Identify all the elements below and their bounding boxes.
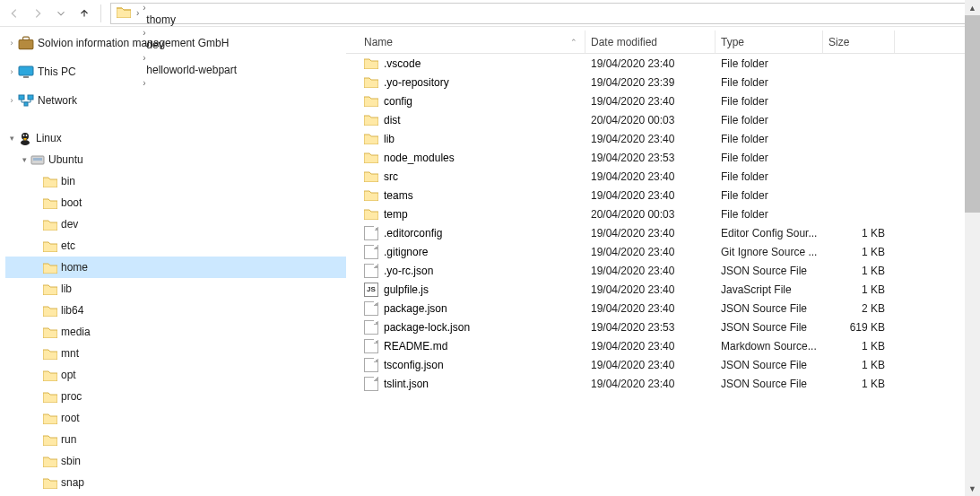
column-header-name[interactable]: Name ⌃ (359, 30, 585, 53)
file-row[interactable]: temp20/04/2020 00:03File folder (346, 204, 980, 223)
up-button[interactable] (74, 3, 95, 24)
file-name: README.md (384, 340, 447, 352)
tree-item-mnt[interactable]: mnt (5, 343, 346, 364)
back-button[interactable] (4, 3, 25, 24)
tree-item[interactable]: ›Network (5, 90, 346, 111)
expand-icon[interactable]: › (5, 39, 18, 48)
pc-icon (18, 65, 34, 78)
tree-item-ubuntu[interactable]: ▾ Ubuntu (5, 149, 346, 170)
tree-item-root[interactable]: root (5, 407, 346, 429)
file-name: .yo-rc.json (384, 265, 433, 277)
header-label: Type (721, 36, 744, 48)
svg-rect-1 (23, 37, 30, 39)
file-row[interactable]: .yo-repository19/04/2020 23:39File folde… (346, 73, 980, 91)
file-row[interactable]: src19/04/2020 23:40File folder (346, 167, 980, 186)
file-row[interactable]: node_modules19/04/2020 23:53File folder (346, 148, 980, 167)
file-type: File folder (721, 133, 768, 145)
file-row[interactable]: config19/04/2020 23:40File folder (346, 91, 980, 110)
file-row[interactable]: .vscode19/04/2020 23:40File folder (346, 54, 980, 73)
file-type: JSON Source File (721, 359, 807, 371)
tree-item-media[interactable]: media (5, 321, 346, 343)
file-name: package-lock.json (384, 321, 470, 334)
tree-item[interactable]: ›This PC (5, 61, 346, 83)
expand-icon[interactable]: › (5, 67, 18, 76)
tree-item-lib[interactable]: lib (5, 278, 346, 300)
tree-item-snap[interactable]: snap (5, 472, 346, 493)
tree-item-label: bin (57, 175, 75, 187)
file-name: package.json (384, 302, 447, 315)
recent-locations-dropdown[interactable] (50, 3, 72, 24)
tree-item-label: dev (57, 218, 78, 231)
file-size: 1 KB (862, 265, 885, 277)
file-date: 19/04/2020 23:53 (591, 152, 674, 164)
file-name: tsconfig.json (384, 359, 444, 371)
file-date: 19/04/2020 23:40 (591, 265, 674, 277)
tree-item[interactable]: ›Solvion information management GmbH (5, 32, 346, 54)
tree-item-label: lib64 (57, 304, 83, 317)
expand-icon[interactable]: ▾ (5, 134, 18, 143)
file-row[interactable]: JSgulpfile.js19/04/2020 23:40JavaScript … (346, 280, 980, 299)
file-row[interactable]: teams19/04/2020 23:40File folder (346, 186, 980, 204)
tree-item-boot[interactable]: boot (5, 192, 346, 213)
file-row[interactable]: lib19/04/2020 23:40File folder (346, 129, 980, 148)
svg-rect-4 (19, 95, 24, 100)
tree-item-proc[interactable]: proc (5, 386, 346, 407)
tree-item-run[interactable]: run (5, 429, 346, 450)
forward-button[interactable] (27, 3, 48, 24)
tree-item-bin[interactable]: bin (5, 170, 346, 192)
navigation-tree: ›Solvion information management GmbH›Thi… (0, 27, 346, 496)
file-date: 19/04/2020 23:40 (591, 227, 674, 239)
tree-item-lib64[interactable]: lib64 (5, 300, 346, 321)
breadcrumb-segment[interactable]: thomy (141, 13, 242, 26)
file-row[interactable]: package.json19/04/2020 23:40JSON Source … (346, 299, 980, 318)
file-date: 20/04/2020 00:03 (591, 114, 674, 126)
tree-item-label: This PC (34, 65, 76, 78)
file-row[interactable]: README.md19/04/2020 23:40Markdown Source… (346, 336, 980, 355)
svg-rect-6 (24, 102, 28, 106)
file-type: File folder (721, 208, 768, 221)
folder-icon (43, 391, 57, 403)
breadcrumb-segment[interactable]: home (141, 0, 242, 1)
file-name: .gitignore (384, 246, 428, 258)
file-icon (364, 377, 378, 391)
folder-icon (43, 283, 57, 295)
tree-item-home[interactable]: home (5, 257, 346, 278)
tree-item-label: Solvion information management GmbH (34, 37, 229, 49)
tree-item-linux[interactable]: ▾ Linux (5, 127, 346, 149)
file-type: JSON Source File (721, 378, 807, 390)
column-header-date[interactable]: Date modified (585, 30, 715, 53)
file-name: dist (384, 114, 401, 126)
tree-item-opt[interactable]: opt (5, 364, 346, 386)
file-row[interactable]: tslint.json19/04/2020 23:40JSON Source F… (346, 374, 980, 393)
tree-item-dev[interactable]: dev (5, 213, 346, 235)
folder-icon (43, 219, 57, 231)
file-row[interactable]: .editorconfig19/04/2020 23:40Editor Conf… (346, 223, 980, 242)
folder-icon (43, 197, 57, 209)
file-row[interactable]: .gitignore19/04/2020 23:40Git Ignore Sou… (346, 242, 980, 261)
tree-item-sbin[interactable]: sbin (5, 450, 346, 472)
chevron-right-icon[interactable]: › (141, 3, 147, 13)
chevron-right-icon[interactable]: › (134, 8, 141, 18)
file-size: 1 KB (862, 359, 885, 371)
file-size: 1 KB (862, 227, 885, 239)
column-header-type[interactable]: Type (715, 30, 823, 53)
tree-item-label: Network (34, 94, 77, 107)
file-type: File folder (721, 114, 768, 126)
svg-rect-5 (28, 95, 33, 100)
tree-item-label: sbin (57, 455, 81, 467)
file-row[interactable]: tsconfig.json19/04/2020 23:40JSON Source… (346, 355, 980, 374)
expand-icon[interactable]: ▾ (18, 155, 30, 164)
address-bar[interactable]: › Linux›Ubuntu›home›thomy›dev›helloworld… (110, 3, 976, 24)
file-date: 19/04/2020 23:40 (591, 133, 674, 145)
expand-icon[interactable]: › (5, 96, 18, 105)
folder-icon (364, 133, 378, 144)
tree-item-etc[interactable]: etc (5, 235, 346, 257)
file-icon (364, 264, 378, 278)
column-header-size[interactable]: Size (823, 30, 895, 53)
file-row[interactable]: dist20/04/2020 00:03File folder (346, 110, 980, 129)
file-row[interactable]: package-lock.json19/04/2020 23:53JSON So… (346, 318, 980, 336)
file-size: 1 KB (862, 378, 885, 390)
file-row[interactable]: .yo-rc.json19/04/2020 23:40JSON Source F… (346, 261, 980, 280)
file-list-pane: Name ⌃ Date modified Type Size .vscode19… (346, 27, 980, 496)
file-name: gulpfile.js (384, 283, 429, 296)
